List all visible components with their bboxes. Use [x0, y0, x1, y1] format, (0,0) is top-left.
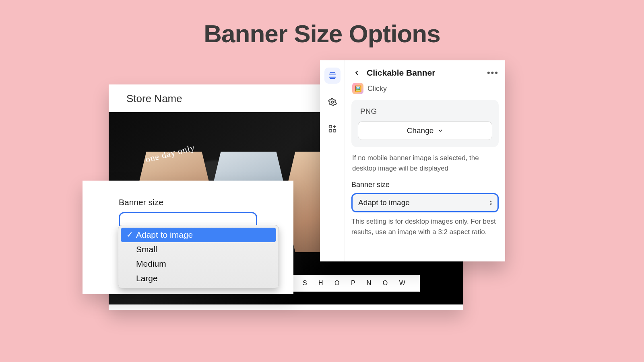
chevron-down-icon: [438, 128, 443, 134]
svg-rect-3: [333, 130, 335, 132]
banner-size-field-label: Banner size: [351, 181, 499, 189]
page-title: Banner Size Options: [0, 0, 644, 48]
more-icon[interactable]: •••: [487, 68, 499, 78]
mobile-hint: If no mobile banner image is selected, t…: [352, 153, 498, 173]
apps-icon[interactable]: [324, 121, 341, 137]
back-icon[interactable]: [351, 68, 362, 78]
option-large[interactable]: Large: [118, 271, 279, 286]
panel-title: Clickable Banner: [367, 68, 482, 78]
app-name: Clicky: [367, 84, 387, 93]
select-stepper-icon: ▴▾: [490, 200, 492, 206]
option-small[interactable]: Small: [118, 242, 279, 257]
svg-rect-1: [329, 125, 331, 128]
change-button-label: Change: [407, 126, 434, 135]
change-button[interactable]: Change: [358, 121, 492, 140]
banner-size-popover: Banner size Adapt to image Small Medium …: [83, 181, 293, 294]
svg-point-0: [331, 101, 334, 103]
shop-now-button[interactable]: S H O P N O W: [293, 275, 420, 292]
option-medium[interactable]: Medium: [118, 257, 279, 271]
upload-card: PNG Change: [351, 100, 499, 147]
pane-body: Clickable Banner ••• 🖼️ Clicky PNG Chang…: [345, 60, 505, 261]
sections-icon[interactable]: [324, 68, 341, 84]
banner-size-select-right[interactable]: Adapt to image ▴▾: [351, 193, 499, 212]
banner-size-value: Adapt to image: [358, 198, 410, 207]
aspect-hint: This setting is for desktop images only.…: [351, 216, 499, 237]
app-row: 🖼️ Clicky: [352, 83, 499, 94]
banner-size-menu: Adapt to image Small Medium Large: [118, 225, 279, 288]
upload-format: PNG: [358, 105, 492, 121]
option-adapt-to-image[interactable]: Adapt to image: [121, 228, 276, 242]
banner-size-label: Banner size: [119, 197, 257, 207]
svg-rect-2: [329, 130, 331, 132]
app-icon: 🖼️: [352, 83, 363, 94]
settings-panel: Clickable Banner ••• 🖼️ Clicky PNG Chang…: [320, 60, 505, 261]
gear-icon[interactable]: [324, 94, 341, 110]
nav-rail: [320, 60, 345, 261]
